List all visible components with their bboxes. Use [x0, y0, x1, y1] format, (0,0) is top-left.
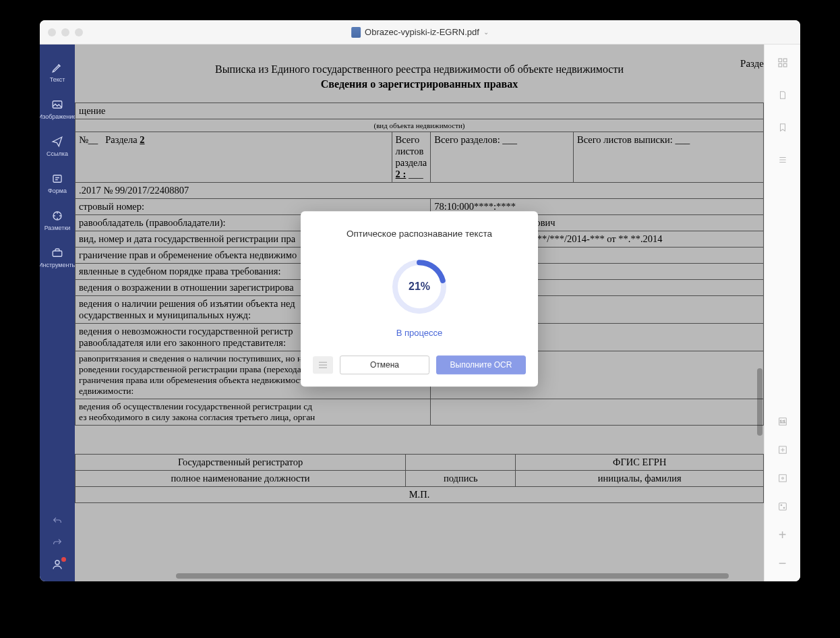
tool-image[interactable]: Изображение [40, 91, 75, 128]
svg-text:1:1: 1:1 [779, 419, 785, 424]
minimize-window-button[interactable] [61, 28, 69, 36]
pencil-icon [51, 61, 64, 74]
svg-point-15 [781, 477, 783, 480]
cancel-button[interactable]: Отмена [340, 355, 429, 374]
fit-page-icon[interactable] [777, 444, 789, 456]
svg-rect-14 [779, 475, 786, 482]
tool-tools[interactable]: Инструменты [40, 239, 75, 277]
zoom-window-button[interactable] [75, 28, 83, 36]
right-toolbar: 1:1 + − [764, 45, 800, 581]
tool-label: Ссылка [47, 151, 68, 157]
modal-menu-button[interactable] [313, 356, 333, 374]
list-icon[interactable] [777, 154, 789, 166]
tool-label: Текст [50, 77, 65, 83]
zoom-out-icon[interactable]: − [777, 557, 789, 569]
svg-rect-8 [783, 59, 787, 62]
app-window: Obrazec-vypiski-iz-EGRN.pdf ⌄ Текст Изоб… [40, 20, 800, 581]
paper-plane-icon [51, 135, 64, 148]
svg-point-17 [781, 504, 782, 506]
tool-label: Форма [48, 188, 67, 194]
markup-icon [51, 209, 64, 223]
tool-text[interactable]: Текст [40, 54, 75, 91]
progress-percent: 21% [390, 258, 448, 316]
left-toolbar-bottom [50, 515, 65, 581]
actual-size-icon[interactable] [777, 472, 789, 484]
run-ocr-button[interactable]: Выполните OCR [436, 355, 526, 374]
traffic-lights [48, 28, 83, 36]
svg-point-18 [783, 507, 785, 509]
right-toolbar-bottom: 1:1 + − [777, 415, 789, 581]
content-area: Разде Выписка из Единого государственног… [75, 45, 764, 581]
undo-icon[interactable] [50, 515, 65, 527]
modal-buttons: Отмена Выполните OCR [313, 355, 526, 374]
zoom-in-icon[interactable]: + [777, 529, 789, 541]
svg-rect-10 [783, 63, 787, 67]
close-window-button[interactable] [48, 28, 56, 36]
zoom-random-icon[interactable] [777, 500, 789, 513]
grid-icon[interactable] [777, 57, 789, 69]
chevron-down-icon[interactable]: ⌄ [483, 28, 489, 36]
svg-rect-7 [779, 59, 782, 62]
tool-label: Изображение [40, 114, 76, 120]
tool-label: Разметки [44, 225, 71, 231]
tool-label: Инструменты [40, 262, 76, 268]
tool-link[interactable]: Ссылка [40, 128, 75, 165]
bookmark-icon[interactable] [777, 121, 789, 134]
svg-rect-9 [779, 63, 782, 67]
tool-form[interactable]: Форма [40, 165, 75, 202]
left-toolbar: Текст Изображение Ссылка Форма [40, 45, 75, 581]
tool-markup[interactable]: Разметки [40, 202, 75, 239]
image-icon [51, 98, 64, 111]
svg-rect-16 [779, 503, 786, 511]
progress-ring: 21% [390, 258, 448, 316]
titlebar: Obrazec-vypiski-iz-EGRN.pdf ⌄ [40, 20, 800, 45]
toolbox-icon [51, 246, 64, 260]
redo-icon[interactable] [50, 537, 65, 549]
ocr-modal: Оптическое распознавание текста 21% В пр… [301, 211, 538, 386]
svg-rect-0 [53, 101, 62, 109]
window-title-group: Obrazec-vypiski-iz-EGRN.pdf ⌄ [351, 27, 489, 38]
body-area: Текст Изображение Ссылка Форма [40, 45, 800, 581]
user-icon[interactable] [50, 558, 65, 571]
form-icon [51, 172, 64, 185]
svg-point-4 [55, 560, 59, 564]
pdf-file-icon [351, 27, 361, 38]
page-icon[interactable] [777, 89, 789, 101]
svg-rect-3 [53, 251, 62, 256]
svg-rect-1 [53, 175, 61, 183]
window-title: Obrazec-vypiski-iz-EGRN.pdf [365, 27, 479, 37]
modal-title: Оптическое распознавание текста [313, 229, 526, 239]
modal-status: В процессе [313, 328, 526, 338]
fit-width-icon[interactable]: 1:1 [777, 415, 789, 428]
